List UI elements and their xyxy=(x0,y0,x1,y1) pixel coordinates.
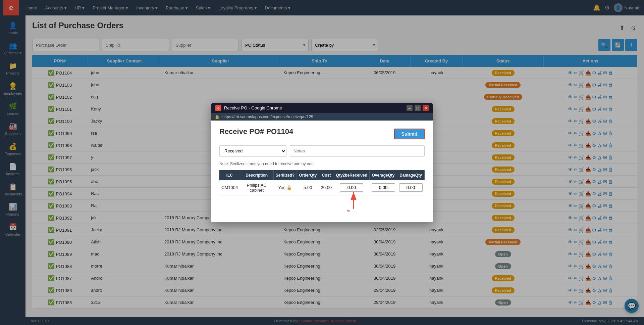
modal-damage-qty-input[interactable] xyxy=(399,183,423,192)
modal-window: e Receive PO - Google Chrome – □ ✕ 🔒 htt… xyxy=(211,103,433,222)
modal-addressbar: 🔒 https://eb.sanmolapps.com/expense/rece… xyxy=(211,113,433,121)
modal-col-overage-qty: OverageQty xyxy=(370,170,397,180)
modal-body: Receive PO# PO1104 Submit Received Parti… xyxy=(211,121,433,222)
modal-col-serilized: Serilized? xyxy=(273,170,297,180)
modal-controls: – □ ✕ xyxy=(407,105,429,111)
modal-col-cost: Cost xyxy=(319,170,334,180)
modal-url[interactable]: https://eb.sanmolapps.com/expense/receiv… xyxy=(222,114,313,119)
modal-table-header: ILC Description Serilized? OrderQty Cost… xyxy=(219,170,425,180)
modal-col-qty-received: Qty2beReceived xyxy=(334,170,369,180)
modal-overlay: e Receive PO - Google Chrome – □ ✕ 🔒 htt… xyxy=(25,15,644,325)
modal-ilc: CM1004 xyxy=(219,180,240,195)
modal-close-button[interactable]: ✕ xyxy=(423,105,429,111)
modal-note-text: Note: Serilized items you need to receiv… xyxy=(219,161,425,166)
modal-serilized: Yes 🔒 xyxy=(273,180,297,195)
modal-damage-qty-cell xyxy=(397,180,425,195)
modal-col-damage-qty: DamageQty xyxy=(397,170,425,180)
lock-icon: 🔒 xyxy=(215,114,220,119)
modal-po-title: Receive PO# PO1104 xyxy=(219,127,293,136)
modal-col-order-qty: OrderQty xyxy=(297,170,319,180)
app-body: 👤 Leads 👥 Customers 📁 Projects 👷 Employe… xyxy=(0,15,644,325)
modal-maximize-button[interactable]: □ xyxy=(415,105,421,111)
modal-titlebar-left: e Receive PO - Google Chrome xyxy=(215,105,282,111)
modal-form-row: Received Partial Received Open xyxy=(219,145,425,157)
modal-submit-button[interactable]: Submit xyxy=(394,129,425,139)
modal-notes-input[interactable] xyxy=(290,145,425,157)
main-content: List of Purchase Orders ⬆ 🖨 PO Status Re… xyxy=(25,15,644,325)
modal-titlebar: e Receive PO - Google Chrome – □ ✕ xyxy=(211,103,433,113)
modal-col-description: Description xyxy=(240,170,273,180)
modal-minimize-button[interactable]: – xyxy=(407,105,413,111)
modal-status-select[interactable]: Received Partial Received Open xyxy=(219,145,286,157)
svg-text:2: 2 xyxy=(347,209,350,212)
arrow-annotation-2: 2 xyxy=(320,185,387,212)
modal-brand-icon: e xyxy=(215,105,221,111)
modal-title: Receive PO - Google Chrome xyxy=(224,105,282,110)
modal-order-qty: 5.00 xyxy=(297,180,319,195)
modal-col-ilc: ILC xyxy=(219,170,240,180)
modal-description: Philips AC cabinet xyxy=(240,180,273,195)
